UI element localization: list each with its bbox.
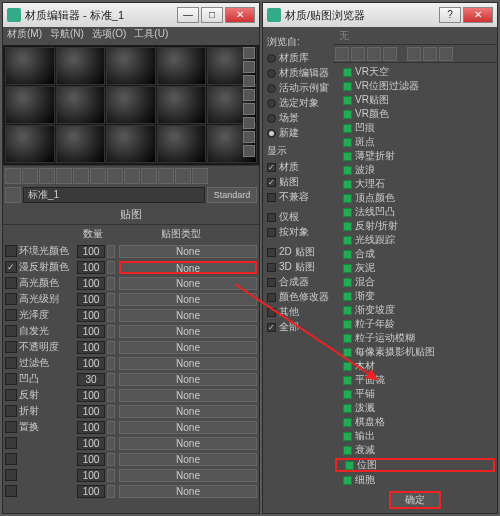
sample-slot[interactable]: [106, 86, 156, 124]
map-enable-checkbox[interactable]: [5, 245, 17, 257]
browse-from-option[interactable]: 活动示例窗: [267, 81, 329, 95]
uv-tile-icon[interactable]: [243, 89, 255, 101]
sample-type-icon[interactable]: [243, 47, 255, 59]
browse-from-option[interactable]: 材质库: [267, 51, 329, 65]
spinner-icon[interactable]: [107, 261, 115, 274]
map-enable-checkbox[interactable]: [5, 293, 17, 305]
go-parent-icon[interactable]: [175, 168, 191, 184]
sample-slot[interactable]: [106, 125, 156, 163]
map-tree-item[interactable]: 细胞: [335, 473, 495, 487]
map-tree-item[interactable]: 粒子年龄: [335, 317, 495, 331]
category-option[interactable]: 颜色修改器: [267, 290, 329, 304]
sample-slot[interactable]: [106, 47, 156, 85]
map-tree-item[interactable]: 每像素摄影机贴图: [335, 345, 495, 359]
map-tree-item[interactable]: 位图: [335, 458, 495, 472]
map-slot-button[interactable]: None: [119, 309, 257, 322]
spinner-icon[interactable]: [107, 245, 115, 258]
map-tree-item[interactable]: 泼溅: [335, 401, 495, 415]
put-to-library-icon[interactable]: [107, 168, 123, 184]
map-slot-button[interactable]: None: [119, 293, 257, 306]
menu-navigation[interactable]: 导航(N): [50, 27, 84, 45]
map-enable-checkbox[interactable]: [5, 341, 17, 353]
map-amount-input[interactable]: 100: [77, 469, 105, 482]
map-amount-input[interactable]: 100: [77, 309, 105, 322]
show-map-icon[interactable]: [141, 168, 157, 184]
options-icon[interactable]: [243, 131, 255, 143]
make-copy-icon[interactable]: [73, 168, 89, 184]
material-id-icon[interactable]: [124, 168, 140, 184]
material-name-input[interactable]: [23, 187, 205, 203]
map-enable-checkbox[interactable]: [5, 277, 17, 289]
map-tree-item[interactable]: 薄壁折射: [335, 149, 495, 163]
sample-slot[interactable]: [157, 47, 207, 85]
sample-slot[interactable]: [56, 47, 106, 85]
go-sibling-icon[interactable]: [192, 168, 208, 184]
spinner-icon[interactable]: [107, 453, 115, 466]
view-small-icons-icon[interactable]: [367, 47, 381, 61]
map-enable-checkbox[interactable]: [5, 309, 17, 321]
map-slot-button[interactable]: None: [119, 357, 257, 370]
reset-icon[interactable]: [56, 168, 72, 184]
map-amount-input[interactable]: 100: [77, 277, 105, 290]
backlight-icon[interactable]: [243, 61, 255, 73]
map-slot-button[interactable]: None: [119, 405, 257, 418]
map-tree-item[interactable]: 斑点: [335, 135, 495, 149]
map-tree-item[interactable]: 粒子运动模糊: [335, 331, 495, 345]
spinner-icon[interactable]: [107, 277, 115, 290]
map-amount-input[interactable]: 100: [77, 261, 105, 274]
help-button[interactable]: ?: [439, 7, 461, 23]
pick-icon[interactable]: [5, 187, 21, 203]
browser-titlebar[interactable]: 材质/贴图浏览器 ? ✕: [263, 3, 497, 27]
maps-rollout-title[interactable]: 贴图: [3, 205, 259, 225]
sample-slot[interactable]: [157, 86, 207, 124]
close-button[interactable]: ✕: [225, 7, 255, 23]
menu-material[interactable]: 材质(M): [7, 27, 42, 45]
map-enable-checkbox[interactable]: [5, 357, 17, 369]
preview-icon[interactable]: [243, 117, 255, 129]
show-option[interactable]: ✓材质: [267, 160, 329, 174]
spinner-icon[interactable]: [107, 309, 115, 322]
spinner-icon[interactable]: [107, 325, 115, 338]
map-slot-button[interactable]: None: [119, 245, 257, 258]
category-option[interactable]: 其他: [267, 305, 329, 319]
map-tree-item[interactable]: 凹痕: [335, 121, 495, 135]
menu-utilities[interactable]: 工具(U): [134, 27, 168, 45]
map-tree-item[interactable]: 光线跟踪: [335, 233, 495, 247]
map-enable-checkbox[interactable]: [5, 485, 17, 497]
map-tree-item[interactable]: 灰泥: [335, 261, 495, 275]
show-option[interactable]: ✓贴图: [267, 175, 329, 189]
material-editor-titlebar[interactable]: 材质编辑器 - 标准_1 — □ ✕: [3, 3, 259, 27]
map-slot-button[interactable]: None: [119, 341, 257, 354]
video-check-icon[interactable]: [243, 103, 255, 115]
maximize-button[interactable]: □: [201, 7, 223, 23]
map-tree-item[interactable]: 顶点颜色: [335, 191, 495, 205]
sample-slot[interactable]: [5, 125, 55, 163]
map-tree-item[interactable]: 平铺: [335, 387, 495, 401]
spinner-icon[interactable]: [107, 341, 115, 354]
browse-from-option[interactable]: 场景: [267, 111, 329, 125]
map-tree-item[interactable]: 大理石: [335, 177, 495, 191]
map-enable-checkbox[interactable]: [5, 437, 17, 449]
view-list-icon[interactable]: [335, 47, 349, 61]
map-amount-input[interactable]: 100: [77, 389, 105, 402]
map-tree-item[interactable]: 混合: [335, 275, 495, 289]
map-amount-input[interactable]: 100: [77, 293, 105, 306]
map-amount-input[interactable]: 100: [77, 485, 105, 498]
map-amount-input[interactable]: 30: [77, 373, 105, 386]
map-tree-item[interactable]: 合成: [335, 247, 495, 261]
spinner-icon[interactable]: [107, 437, 115, 450]
map-amount-input[interactable]: 100: [77, 453, 105, 466]
background-icon[interactable]: [243, 75, 255, 87]
sample-slot[interactable]: [5, 47, 55, 85]
close-button[interactable]: ✕: [463, 7, 493, 23]
sample-slot[interactable]: [5, 86, 55, 124]
map-enable-checkbox[interactable]: [5, 325, 17, 337]
get-material-icon[interactable]: [5, 168, 21, 184]
map-slot-button[interactable]: None: [119, 373, 257, 386]
category-option[interactable]: ✓全部: [267, 320, 329, 334]
minimize-button[interactable]: —: [177, 7, 199, 23]
map-tree-item[interactable]: 渐变坡度: [335, 303, 495, 317]
view-large-icons-icon[interactable]: [383, 47, 397, 61]
map-enable-checkbox[interactable]: [5, 421, 17, 433]
map-slot-button[interactable]: None: [119, 277, 257, 290]
